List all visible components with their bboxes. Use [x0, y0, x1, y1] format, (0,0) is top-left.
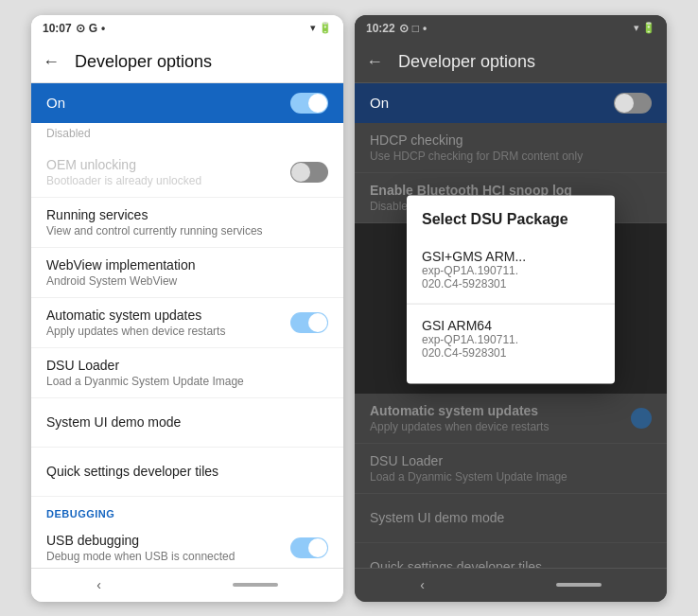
left-system-ui-text: System UI demo mode [46, 414, 328, 430]
left-status-time: 10:07 ⊙ G • [43, 22, 105, 35]
right-auto-updates-title: Automatic system updates [370, 403, 631, 418]
right-dialog-option-2-title: GSI ARM64 [422, 317, 600, 332]
left-webview-title: WebView implementation [46, 257, 328, 273]
left-page-title: Developer options [75, 52, 212, 72]
left-webview-item[interactable]: WebView implementation Android System We… [31, 248, 343, 298]
right-bottom-items-dimmed: Automatic system updates Apply updates w… [355, 394, 667, 568]
left-nav-bar: ‹ [31, 568, 343, 602]
left-usb-debugging-title: USB debugging [46, 533, 290, 548]
right-back-button[interactable]: ← [366, 52, 383, 72]
right-auto-updates-subtitle: Apply updates when device restarts [370, 420, 631, 433]
right-dialog-option-2-sub: exp-QP1A.190711.020.C4-5928301 [422, 332, 600, 359]
right-battery-icon: 🔋 [642, 22, 655, 34]
left-usb-debugging-subtitle: Debug mode when USB is connected [46, 550, 290, 563]
right-dialog-title: Select DSU Package [407, 210, 615, 238]
right-nav-bar: ‹ [355, 568, 667, 602]
right-dsu-title: DSU Loader [370, 453, 652, 468]
g-icon: G [89, 22, 97, 35]
left-oem-unlocking-item[interactable]: OEM unlocking Bootloader is already unlo… [31, 148, 343, 198]
left-auto-updates-title: Automatic system updates [46, 308, 290, 323]
right-dsu-item[interactable]: DSU Loader Load a Dyanmic System Update … [355, 444, 667, 494]
right-dialog-option-1-sub: exp-QP1A.190711.020.C4-5928301 [422, 263, 600, 290]
right-wifi-icon: ▾ [634, 22, 639, 34]
right-g-icon: □ [412, 22, 419, 35]
left-nav-pill [233, 583, 278, 587]
right-status-time: 10:22 ⊙ □ • [366, 22, 427, 35]
right-system-ui-text: System UI demo mode [370, 510, 652, 525]
left-auto-updates-toggle[interactable] [290, 312, 328, 333]
right-quick-settings-item[interactable]: Quick settings developer tiles [355, 543, 667, 568]
left-developer-toggle[interactable] [290, 93, 328, 114]
left-toggle-knob [308, 94, 327, 113]
right-hdcp-item[interactable]: HDCP checking Use HDCP checking for DRM … [355, 123, 667, 173]
left-usb-debugging-item[interactable]: USB debugging Debug mode when USB is con… [31, 523, 343, 568]
left-running-services-text: Running services View and control curren… [46, 207, 328, 238]
left-back-button[interactable]: ← [43, 52, 60, 72]
left-oem-toggle-knob [291, 163, 310, 182]
left-auto-updates-text: Automatic system updates Apply updates w… [46, 308, 290, 338]
left-content: Disabled OEM unlocking Bootloader is alr… [31, 123, 343, 568]
left-disabled-text: Disabled [31, 123, 343, 148]
left-running-services-title: Running services [46, 207, 328, 222]
time-display: 10:07 [43, 22, 72, 35]
left-auto-updates-subtitle: Apply updates when device restarts [46, 325, 290, 338]
left-running-services-item[interactable]: Running services View and control curren… [31, 198, 343, 248]
right-status-right-icons: ▾ 🔋 [634, 22, 655, 34]
left-usb-toggle-knob [308, 538, 327, 557]
left-dsu-loader-item[interactable]: DSU Loader Load a Dyanmic System Update … [31, 348, 343, 398]
right-dialog-option-1[interactable]: GSI+GMS ARM... exp-QP1A.190711.020.C4-59… [407, 238, 615, 299]
left-on-bar: On [31, 83, 343, 123]
left-phone: 10:07 ⊙ G • ▾ 🔋 ← Developer options On D… [31, 15, 343, 602]
right-status-bar: 10:22 ⊙ □ • ▾ 🔋 [355, 15, 667, 42]
right-nav-back[interactable]: ‹ [420, 577, 425, 592]
left-oem-toggle[interactable] [290, 162, 328, 183]
right-on-bar: On [355, 83, 667, 123]
right-system-ui-item[interactable]: System UI demo mode [355, 494, 667, 543]
left-system-ui-item[interactable]: System UI demo mode [31, 398, 343, 448]
left-oem-unlocking-subtitle: Bootloader is already unlocked [46, 174, 290, 187]
right-content-inner: HDCP checking Use HDCP checking for DRM … [355, 123, 667, 568]
right-on-label: On [370, 95, 389, 111]
left-quick-settings-text: Quick settings developer tiles [46, 464, 328, 479]
left-usb-toggle[interactable] [290, 537, 328, 558]
dot-icon: • [101, 22, 105, 35]
left-nav-back[interactable]: ‹ [96, 577, 101, 592]
right-quick-settings-title: Quick settings developer tiles [370, 559, 652, 568]
right-page-title: Developer options [398, 52, 535, 72]
left-oem-unlocking-title: OEM unlocking [46, 157, 290, 172]
left-on-label: On [46, 95, 65, 111]
right-system-ui-title: System UI demo mode [370, 510, 652, 525]
battery-icon: 🔋 [319, 22, 332, 34]
right-developer-toggle[interactable] [614, 93, 652, 114]
right-hdcp-title: HDCP checking [370, 132, 652, 148]
right-dsu-subtitle: Load a Dyanmic System Update Image [370, 470, 652, 484]
right-dialog-option-1-title: GSI+GMS ARM... [422, 248, 600, 263]
right-auto-toggle[interactable] [631, 408, 652, 429]
right-hdcp-subtitle: Use HDCP checking for DRM content only [370, 150, 652, 163]
left-webview-text: WebView implementation Android System We… [46, 257, 328, 288]
right-hdcp-text: HDCP checking Use HDCP checking for DRM … [370, 132, 652, 163]
right-dialog-divider [407, 303, 615, 304]
left-top-bar: ← Developer options [31, 42, 343, 83]
right-toggle-knob [615, 94, 634, 113]
left-auto-updates-item[interactable]: Automatic system updates Apply updates w… [31, 298, 343, 348]
left-auto-updates-knob [308, 313, 327, 332]
left-oem-unlocking-text: OEM unlocking Bootloader is already unlo… [46, 157, 290, 187]
left-running-services-subtitle: View and control currently running servi… [46, 224, 328, 238]
left-dsu-subtitle: Load a Dyanmic System Update Image [46, 375, 328, 388]
right-top-bar: ← Developer options [355, 42, 667, 83]
right-nav-pill [556, 583, 602, 587]
right-dialog-option-2[interactable]: GSI ARM64 exp-QP1A.190711.020.C4-5928301 [407, 308, 615, 368]
left-status-bar: 10:07 ⊙ G • ▾ 🔋 [31, 15, 343, 42]
left-dsu-title: DSU Loader [46, 358, 328, 373]
right-auto-updates-item[interactable]: Automatic system updates Apply updates w… [355, 394, 667, 444]
right-time-display: 10:22 [366, 22, 395, 35]
right-status-icons: ▾ 🔋 [310, 22, 332, 34]
right-auto-updates-text: Automatic system updates Apply updates w… [370, 403, 631, 433]
left-quick-settings-item[interactable]: Quick settings developer tiles [31, 448, 343, 497]
left-usb-debugging-text: USB debugging Debug mode when USB is con… [46, 533, 290, 563]
right-dot-icon: • [423, 22, 427, 35]
right-phone: 10:22 ⊙ □ • ▾ 🔋 ← Developer options On [355, 15, 667, 602]
right-dsu-text: DSU Loader Load a Dyanmic System Update … [370, 453, 652, 484]
google-icon: ⊙ [76, 22, 85, 35]
